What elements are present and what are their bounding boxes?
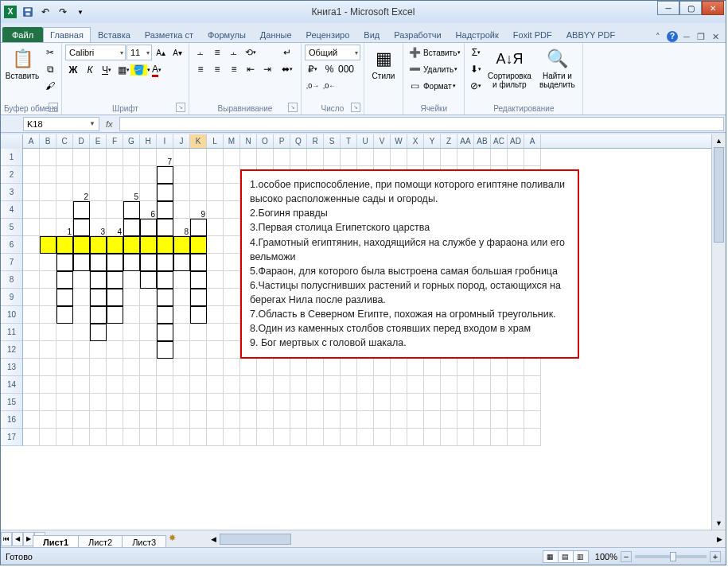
copy-button[interactable]: ⧉ — [42, 61, 58, 77]
cell[interactable] — [441, 359, 457, 376]
crossword-cell[interactable] — [90, 289, 107, 306]
cell[interactable] — [424, 429, 441, 446]
decrease-indent-button[interactable]: ⇤ — [243, 61, 259, 77]
crossword-cell[interactable] — [140, 271, 157, 289]
cell[interactable] — [274, 429, 290, 446]
cell[interactable] — [441, 394, 457, 411]
crossword-number[interactable]: 8 — [173, 219, 190, 236]
ribbon-tab-5[interactable]: Рецензиро — [299, 27, 357, 42]
cell[interactable] — [224, 289, 240, 306]
crossword-cell[interactable] — [56, 236, 73, 254]
qat-save-button[interactable] — [20, 4, 36, 20]
sort-filter-button[interactable]: A↓Я Сортировка и фильтр — [485, 45, 533, 89]
crossword-cell[interactable] — [157, 201, 173, 219]
cell[interactable] — [207, 429, 224, 446]
cell[interactable] — [157, 411, 173, 429]
clipboard-launcher-icon[interactable]: ↘ — [49, 103, 58, 112]
row-header[interactable]: 15 — [1, 394, 22, 411]
column-header[interactable]: A — [23, 134, 40, 148]
row-header[interactable]: 10 — [1, 306, 22, 324]
cell[interactable] — [391, 429, 407, 446]
cell[interactable] — [90, 166, 107, 184]
cell[interactable] — [73, 289, 90, 306]
column-header[interactable]: G — [123, 134, 140, 148]
cell[interactable] — [173, 341, 190, 359]
cell[interactable] — [224, 324, 240, 341]
sheet-tab[interactable]: Лист1 — [33, 535, 79, 549]
align-bottom-button[interactable]: ⫠ — [226, 45, 242, 60]
cell[interactable] — [207, 376, 224, 394]
cell[interactable] — [508, 149, 524, 166]
crossword-cell[interactable] — [56, 306, 73, 324]
cell[interactable] — [40, 166, 56, 184]
cell[interactable] — [524, 376, 541, 394]
scroll-left-button[interactable]: ◀ — [207, 532, 220, 546]
cell[interactable] — [173, 429, 190, 446]
cell[interactable] — [407, 411, 424, 429]
cell[interactable] — [224, 219, 240, 236]
crossword-number[interactable]: 3 — [90, 219, 107, 236]
crossword-cell[interactable] — [123, 254, 140, 271]
column-header[interactable]: B — [40, 134, 56, 148]
crossword-cell[interactable] — [73, 236, 90, 254]
qat-undo-button[interactable]: ↶ — [37, 4, 53, 20]
cell[interactable] — [123, 166, 140, 184]
fx-icon[interactable]: fx — [106, 119, 113, 129]
number-format-combo[interactable]: Общий — [305, 45, 360, 60]
cell[interactable] — [40, 359, 56, 376]
cell[interactable] — [56, 166, 73, 184]
align-center-button[interactable]: ≡ — [209, 61, 225, 77]
cell[interactable] — [307, 429, 324, 446]
cell[interactable] — [341, 394, 357, 411]
workbook-close-button[interactable]: ✕ — [710, 31, 721, 42]
cell[interactable] — [23, 271, 40, 289]
crossword-cell[interactable] — [173, 236, 190, 254]
cell[interactable] — [173, 376, 190, 394]
cell[interactable] — [274, 411, 290, 429]
cell[interactable] — [224, 429, 240, 446]
cell[interactable] — [23, 359, 40, 376]
cell[interactable] — [441, 411, 457, 429]
crossword-cell[interactable] — [140, 219, 157, 236]
cell[interactable] — [374, 411, 391, 429]
ribbon-tab-1[interactable]: Вставка — [91, 27, 138, 42]
column-header[interactable]: W — [391, 134, 407, 148]
zoom-out-button[interactable]: − — [621, 551, 632, 562]
cell[interactable] — [324, 376, 341, 394]
crossword-cell[interactable] — [123, 236, 140, 254]
cell[interactable] — [391, 376, 407, 394]
crossword-cell[interactable] — [190, 254, 207, 271]
crossword-number[interactable]: 7 — [157, 149, 173, 166]
crossword-cell[interactable] — [90, 271, 107, 289]
crossword-cell[interactable] — [157, 289, 173, 306]
cell[interactable] — [407, 149, 424, 166]
cell[interactable] — [457, 149, 474, 166]
cell[interactable] — [307, 411, 324, 429]
cell[interactable] — [224, 254, 240, 271]
column-header[interactable]: E — [90, 134, 107, 148]
scroll-down-button[interactable]: ▼ — [712, 517, 726, 530]
cell[interactable] — [90, 394, 107, 411]
cell[interactable] — [173, 394, 190, 411]
cell[interactable] — [123, 306, 140, 324]
cell[interactable] — [107, 359, 123, 376]
cell[interactable] — [524, 359, 541, 376]
row-header[interactable]: 14 — [1, 376, 22, 394]
insert-cells-button[interactable]: Вставить — [423, 49, 457, 57]
cell[interactable] — [73, 149, 90, 166]
cell[interactable] — [357, 411, 374, 429]
wrap-text-button[interactable]: ↵ — [277, 45, 298, 60]
cell[interactable] — [524, 394, 541, 411]
cell[interactable] — [407, 376, 424, 394]
cell[interactable] — [56, 411, 73, 429]
cell[interactable] — [23, 184, 40, 201]
format-cells-button[interactable]: Формат — [423, 82, 452, 91]
crossword-cell[interactable] — [140, 254, 157, 271]
cell[interactable] — [90, 341, 107, 359]
cell[interactable] — [240, 429, 257, 446]
cell[interactable] — [23, 166, 40, 184]
cell[interactable] — [357, 394, 374, 411]
cell[interactable] — [73, 359, 90, 376]
cell[interactable] — [90, 184, 107, 201]
cell[interactable] — [107, 166, 123, 184]
